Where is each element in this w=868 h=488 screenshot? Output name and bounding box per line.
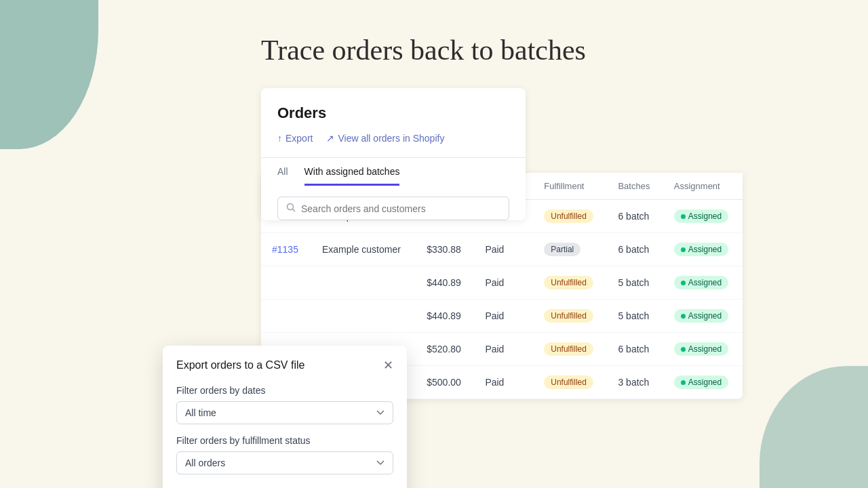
decorative-blob-bottom-right <box>760 366 868 488</box>
export-link[interactable]: ↑ Export <box>277 133 313 144</box>
orders-actions: ↑ Export ↗ View all orders in Shopify <box>277 133 509 144</box>
orders-panel: Orders ↑ Export ↗ View all orders in Sho… <box>261 88 526 220</box>
assigned-dot-icon <box>681 281 686 285</box>
order-number-link[interactable]: #1135 <box>272 244 298 255</box>
assigned-dot-icon <box>681 314 686 319</box>
cell-total: $520.80 <box>416 333 474 366</box>
cell-assignment: Assigned <box>663 266 743 300</box>
cell-batches: 3 batch <box>607 366 663 399</box>
close-icon: ✕ <box>383 359 393 372</box>
cell-assignment: Assigned <box>663 300 743 333</box>
cell-payment: Paid <box>474 233 533 266</box>
assigned-dot-icon <box>681 380 686 385</box>
date-filter-select[interactable]: All time Last 30 days Last 90 days Custo… <box>176 401 393 424</box>
cell-assignment: Assigned <box>663 366 743 399</box>
modal-title: Export orders to a CSV file <box>176 359 304 371</box>
assignment-badge: Assigned <box>674 342 728 356</box>
assignment-label: Assigned <box>688 378 722 387</box>
search-icon <box>286 203 296 214</box>
orders-panel-title: Orders <box>277 104 509 122</box>
export-label: Export <box>285 133 313 144</box>
assignment-badge: Assigned <box>674 375 728 389</box>
cell-fulfillment: Unfulfilled <box>533 333 607 366</box>
assignment-badge: Assigned <box>674 309 728 323</box>
cell-order <box>261 300 311 333</box>
fulfillment-badge: Unfulfilled <box>544 276 593 289</box>
cell-batches: 6 batch <box>607 233 663 266</box>
cell-fulfillment: Unfulfilled <box>533 300 607 333</box>
fulfillment-filter-select[interactable]: All orders Fulfilled Unfulfilled Partial <box>176 451 393 474</box>
cell-order <box>261 266 311 300</box>
cell-total: $440.89 <box>416 266 474 300</box>
cell-customer: Example customer <box>311 233 416 266</box>
assigned-dot-icon <box>681 247 686 252</box>
cell-batches: 6 batch <box>607 333 663 366</box>
export-modal: Export orders to a CSV file ✕ Filter ord… <box>163 346 407 488</box>
search-container <box>277 197 509 220</box>
date-filter-label: Filter orders by dates <box>176 385 393 396</box>
cell-assignment: Assigned <box>663 333 743 366</box>
assignment-label: Assigned <box>688 278 722 287</box>
search-input-wrapper[interactable] <box>277 197 509 220</box>
cell-payment: Paid <box>474 333 533 366</box>
cell-customer <box>311 266 416 300</box>
cell-fulfillment: Unfulfilled <box>533 366 607 399</box>
cell-batches: 5 batch <box>607 300 663 333</box>
cell-total: $440.89 <box>416 300 474 333</box>
assigned-dot-icon <box>681 347 686 352</box>
table-row: $440.89PaidUnfulfilled5 batchAssigned <box>261 266 743 300</box>
fulfillment-badge: Unfulfilled <box>544 309 593 323</box>
assignment-badge: Assigned <box>674 276 728 289</box>
cell-fulfillment: Unfulfilled <box>533 266 607 300</box>
tab-all[interactable]: All <box>277 166 288 186</box>
cell-total: $500.00 <box>416 366 474 399</box>
assignment-badge: Assigned <box>674 243 728 256</box>
table-row: #1135Example customer$330.88PaidPartial6… <box>261 233 743 266</box>
cell-batches: 5 batch <box>607 266 663 300</box>
view-shopify-link[interactable]: ↗ View all orders in Shopify <box>326 133 444 144</box>
tab-with-batches[interactable]: With assigned batches <box>304 166 400 186</box>
cell-assignment: Assigned <box>663 233 743 266</box>
modal-close-button[interactable]: ✕ <box>383 359 393 371</box>
page-title: Trace orders back to batches <box>261 34 868 66</box>
tabs-container: All With assigned batches <box>277 158 509 186</box>
external-link-icon: ↗ <box>326 133 334 144</box>
table-row: $440.89PaidUnfulfilled5 batchAssigned <box>261 300 743 333</box>
cell-payment: Paid <box>474 366 533 399</box>
fulfillment-badge: Unfulfilled <box>544 342 593 356</box>
cell-order: #1135 <box>261 233 311 266</box>
assignment-label: Assigned <box>688 344 722 354</box>
search-input[interactable] <box>301 203 500 214</box>
cell-payment: Paid <box>474 266 533 300</box>
cell-customer <box>311 300 416 333</box>
view-shopify-label: View all orders in Shopify <box>338 133 444 144</box>
cell-total: $330.88 <box>416 233 474 266</box>
cell-fulfillment: Partial <box>533 233 607 266</box>
cell-payment: Paid <box>474 300 533 333</box>
fulfillment-badge: Partial <box>544 243 580 256</box>
modal-header: Export orders to a CSV file ✕ <box>176 359 393 371</box>
assignment-label: Assigned <box>688 245 722 254</box>
assignment-label: Assigned <box>688 311 722 321</box>
export-icon: ↑ <box>277 133 282 144</box>
fulfillment-badge: Unfulfilled <box>544 375 593 389</box>
fulfillment-filter-label: Filter orders by fulfillment status <box>176 435 393 446</box>
